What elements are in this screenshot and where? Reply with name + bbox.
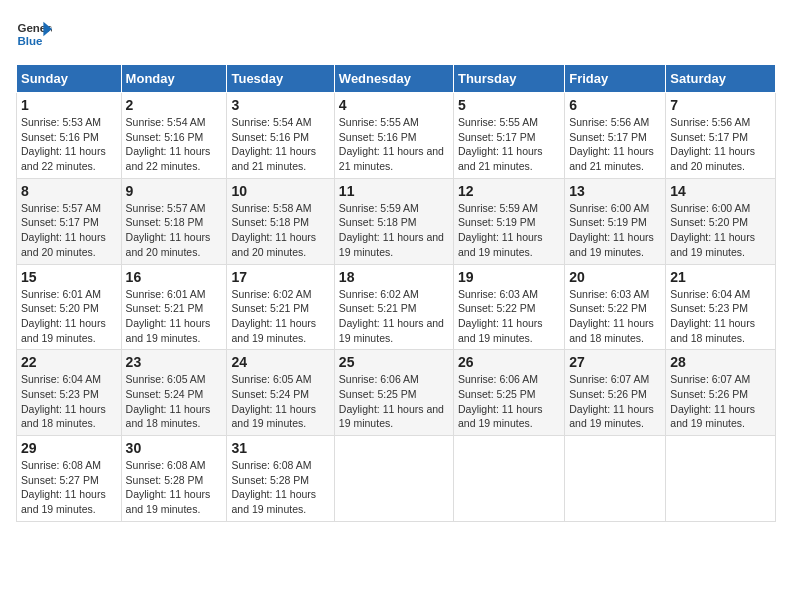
day-number: 7 <box>670 97 771 113</box>
calendar-cell: 22 Sunrise: 6:04 AM Sunset: 5:23 PM Dayl… <box>17 350 122 436</box>
calendar-cell <box>334 436 453 522</box>
calendar-cell: 7 Sunrise: 5:56 AM Sunset: 5:17 PM Dayli… <box>666 93 776 179</box>
calendar-cell <box>666 436 776 522</box>
day-info: Sunrise: 5:57 AM Sunset: 5:17 PM Dayligh… <box>21 201 117 260</box>
calendar-cell: 10 Sunrise: 5:58 AM Sunset: 5:18 PM Dayl… <box>227 178 334 264</box>
day-number: 23 <box>126 354 223 370</box>
day-info: Sunrise: 6:00 AM Sunset: 5:20 PM Dayligh… <box>670 201 771 260</box>
day-info: Sunrise: 5:59 AM Sunset: 5:19 PM Dayligh… <box>458 201 560 260</box>
day-number: 2 <box>126 97 223 113</box>
day-info: Sunrise: 6:06 AM Sunset: 5:25 PM Dayligh… <box>339 372 449 431</box>
calendar-cell: 25 Sunrise: 6:06 AM Sunset: 5:25 PM Dayl… <box>334 350 453 436</box>
day-info: Sunrise: 6:08 AM Sunset: 5:28 PM Dayligh… <box>231 458 329 517</box>
day-number: 13 <box>569 183 661 199</box>
calendar-cell: 29 Sunrise: 6:08 AM Sunset: 5:27 PM Dayl… <box>17 436 122 522</box>
header-wednesday: Wednesday <box>334 65 453 93</box>
calendar-cell: 9 Sunrise: 5:57 AM Sunset: 5:18 PM Dayli… <box>121 178 227 264</box>
calendar-cell: 6 Sunrise: 5:56 AM Sunset: 5:17 PM Dayli… <box>565 93 666 179</box>
day-info: Sunrise: 5:56 AM Sunset: 5:17 PM Dayligh… <box>569 115 661 174</box>
calendar-cell: 2 Sunrise: 5:54 AM Sunset: 5:16 PM Dayli… <box>121 93 227 179</box>
day-info: Sunrise: 6:07 AM Sunset: 5:26 PM Dayligh… <box>670 372 771 431</box>
calendar-cell: 14 Sunrise: 6:00 AM Sunset: 5:20 PM Dayl… <box>666 178 776 264</box>
day-number: 18 <box>339 269 449 285</box>
logo-icon: General Blue <box>16 16 52 52</box>
day-info: Sunrise: 5:55 AM Sunset: 5:17 PM Dayligh… <box>458 115 560 174</box>
day-info: Sunrise: 6:02 AM Sunset: 5:21 PM Dayligh… <box>339 287 449 346</box>
calendar-cell: 30 Sunrise: 6:08 AM Sunset: 5:28 PM Dayl… <box>121 436 227 522</box>
day-info: Sunrise: 5:53 AM Sunset: 5:16 PM Dayligh… <box>21 115 117 174</box>
day-info: Sunrise: 5:56 AM Sunset: 5:17 PM Dayligh… <box>670 115 771 174</box>
day-number: 28 <box>670 354 771 370</box>
day-info: Sunrise: 5:59 AM Sunset: 5:18 PM Dayligh… <box>339 201 449 260</box>
header-sunday: Sunday <box>17 65 122 93</box>
header-friday: Friday <box>565 65 666 93</box>
day-info: Sunrise: 6:06 AM Sunset: 5:25 PM Dayligh… <box>458 372 560 431</box>
calendar-cell: 28 Sunrise: 6:07 AM Sunset: 5:26 PM Dayl… <box>666 350 776 436</box>
day-info: Sunrise: 6:03 AM Sunset: 5:22 PM Dayligh… <box>569 287 661 346</box>
day-number: 11 <box>339 183 449 199</box>
day-info: Sunrise: 6:04 AM Sunset: 5:23 PM Dayligh… <box>21 372 117 431</box>
calendar-cell: 3 Sunrise: 5:54 AM Sunset: 5:16 PM Dayli… <box>227 93 334 179</box>
day-number: 19 <box>458 269 560 285</box>
day-info: Sunrise: 5:54 AM Sunset: 5:16 PM Dayligh… <box>231 115 329 174</box>
day-number: 9 <box>126 183 223 199</box>
calendar-cell: 11 Sunrise: 5:59 AM Sunset: 5:18 PM Dayl… <box>334 178 453 264</box>
logo: General Blue <box>16 16 52 52</box>
day-info: Sunrise: 5:58 AM Sunset: 5:18 PM Dayligh… <box>231 201 329 260</box>
calendar-cell: 19 Sunrise: 6:03 AM Sunset: 5:22 PM Dayl… <box>453 264 564 350</box>
day-info: Sunrise: 6:04 AM Sunset: 5:23 PM Dayligh… <box>670 287 771 346</box>
day-number: 25 <box>339 354 449 370</box>
calendar-cell: 13 Sunrise: 6:00 AM Sunset: 5:19 PM Dayl… <box>565 178 666 264</box>
day-number: 24 <box>231 354 329 370</box>
calendar-cell: 5 Sunrise: 5:55 AM Sunset: 5:17 PM Dayli… <box>453 93 564 179</box>
calendar-cell: 16 Sunrise: 6:01 AM Sunset: 5:21 PM Dayl… <box>121 264 227 350</box>
calendar-cell: 12 Sunrise: 5:59 AM Sunset: 5:19 PM Dayl… <box>453 178 564 264</box>
calendar-cell: 8 Sunrise: 5:57 AM Sunset: 5:17 PM Dayli… <box>17 178 122 264</box>
calendar-cell: 31 Sunrise: 6:08 AM Sunset: 5:28 PM Dayl… <box>227 436 334 522</box>
calendar-cell <box>453 436 564 522</box>
day-number: 6 <box>569 97 661 113</box>
day-info: Sunrise: 5:55 AM Sunset: 5:16 PM Dayligh… <box>339 115 449 174</box>
day-info: Sunrise: 6:01 AM Sunset: 5:21 PM Dayligh… <box>126 287 223 346</box>
day-number: 31 <box>231 440 329 456</box>
calendar-cell: 4 Sunrise: 5:55 AM Sunset: 5:16 PM Dayli… <box>334 93 453 179</box>
calendar-cell: 21 Sunrise: 6:04 AM Sunset: 5:23 PM Dayl… <box>666 264 776 350</box>
calendar-cell: 1 Sunrise: 5:53 AM Sunset: 5:16 PM Dayli… <box>17 93 122 179</box>
day-info: Sunrise: 5:54 AM Sunset: 5:16 PM Dayligh… <box>126 115 223 174</box>
day-number: 14 <box>670 183 771 199</box>
calendar-cell: 27 Sunrise: 6:07 AM Sunset: 5:26 PM Dayl… <box>565 350 666 436</box>
day-number: 5 <box>458 97 560 113</box>
header: General Blue <box>16 16 776 52</box>
calendar-cell: 26 Sunrise: 6:06 AM Sunset: 5:25 PM Dayl… <box>453 350 564 436</box>
day-number: 22 <box>21 354 117 370</box>
calendar-cell: 24 Sunrise: 6:05 AM Sunset: 5:24 PM Dayl… <box>227 350 334 436</box>
day-number: 1 <box>21 97 117 113</box>
calendar-cell: 23 Sunrise: 6:05 AM Sunset: 5:24 PM Dayl… <box>121 350 227 436</box>
day-number: 20 <box>569 269 661 285</box>
calendar-week-2: 8 Sunrise: 5:57 AM Sunset: 5:17 PM Dayli… <box>17 178 776 264</box>
svg-text:Blue: Blue <box>17 35 43 47</box>
day-number: 12 <box>458 183 560 199</box>
day-number: 30 <box>126 440 223 456</box>
calendar-header-row: SundayMondayTuesdayWednesdayThursdayFrid… <box>17 65 776 93</box>
calendar-cell: 15 Sunrise: 6:01 AM Sunset: 5:20 PM Dayl… <box>17 264 122 350</box>
day-number: 4 <box>339 97 449 113</box>
day-number: 29 <box>21 440 117 456</box>
day-info: Sunrise: 6:00 AM Sunset: 5:19 PM Dayligh… <box>569 201 661 260</box>
day-number: 26 <box>458 354 560 370</box>
day-info: Sunrise: 6:07 AM Sunset: 5:26 PM Dayligh… <box>569 372 661 431</box>
calendar-table: SundayMondayTuesdayWednesdayThursdayFrid… <box>16 64 776 522</box>
header-monday: Monday <box>121 65 227 93</box>
day-number: 10 <box>231 183 329 199</box>
day-info: Sunrise: 6:05 AM Sunset: 5:24 PM Dayligh… <box>126 372 223 431</box>
day-info: Sunrise: 6:01 AM Sunset: 5:20 PM Dayligh… <box>21 287 117 346</box>
calendar-cell: 18 Sunrise: 6:02 AM Sunset: 5:21 PM Dayl… <box>334 264 453 350</box>
day-info: Sunrise: 6:03 AM Sunset: 5:22 PM Dayligh… <box>458 287 560 346</box>
day-number: 3 <box>231 97 329 113</box>
calendar-cell <box>565 436 666 522</box>
calendar-cell: 17 Sunrise: 6:02 AM Sunset: 5:21 PM Dayl… <box>227 264 334 350</box>
calendar-cell: 20 Sunrise: 6:03 AM Sunset: 5:22 PM Dayl… <box>565 264 666 350</box>
header-saturday: Saturday <box>666 65 776 93</box>
calendar-week-5: 29 Sunrise: 6:08 AM Sunset: 5:27 PM Dayl… <box>17 436 776 522</box>
day-number: 15 <box>21 269 117 285</box>
